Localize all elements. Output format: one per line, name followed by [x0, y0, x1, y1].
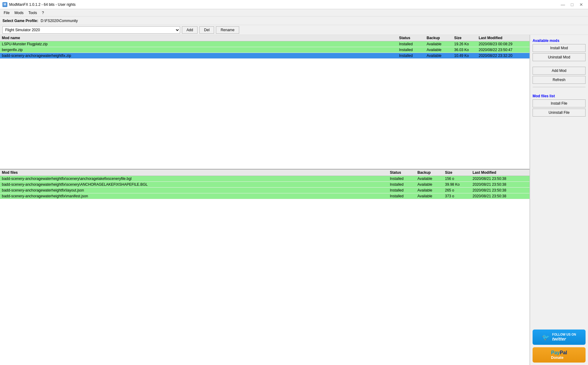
paypal-text: PayPal Donate [551, 350, 567, 360]
install-mod-button[interactable]: Install Mod [533, 44, 586, 52]
table-row[interactable]: badd-scenery-anchoragewaterheightfix.zip… [0, 53, 530, 59]
available-mods-title: Available mods [533, 39, 586, 43]
install-file-button[interactable]: Install File [533, 99, 586, 107]
main-content: Mod name Status Backup Size Last Modifie… [0, 35, 588, 365]
files-table-body: badd-scenery-anchoragewaterheightfix\sce… [0, 176, 530, 365]
menu-bar: File Mods Tools ? [0, 9, 588, 17]
profile-label: Select Game Profile: [2, 19, 38, 23]
paypal-button[interactable]: PayPal Donate [533, 347, 586, 363]
maximize-button[interactable]: □ [568, 1, 576, 8]
table-row[interactable]: bergenfix.zip Installed Available 36.03 … [0, 47, 530, 53]
files-col-modified: Last Modified [473, 170, 528, 175]
right-panel: Available mods Install Mod Uninstall Mod… [530, 35, 588, 365]
mods-col-backup: Backup [427, 36, 454, 40]
refresh-button[interactable]: Refresh [533, 76, 586, 84]
table-row[interactable]: badd-scenery-anchoragewaterheightfix\lay… [0, 188, 530, 193]
twitter-text: FOLLOW US ON twitter [552, 333, 576, 341]
add-mod-button[interactable]: Add Mod [533, 67, 586, 75]
window-controls: — □ ✕ [559, 1, 586, 8]
left-panel: Mod name Status Backup Size Last Modifie… [0, 35, 530, 365]
social-section: 🐦 FOLLOW US ON twitter PayPal Donate [533, 330, 586, 363]
right-files-section: Mod files list Install File Uninstall Fi… [533, 93, 586, 117]
table-row[interactable]: LSPU-Munster Flugplatz.zip Installed Ava… [0, 41, 530, 47]
table-row[interactable]: badd-scenery-anchoragewaterheightfix\sce… [0, 176, 530, 182]
mods-col-modified: Last Modified [479, 36, 528, 40]
table-row[interactable]: badd-scenery-anchoragewaterheightfix\sce… [0, 182, 530, 188]
profile-bar: Select Game Profile: D:\FS2020\Community [0, 17, 588, 25]
files-section: Mod files Status Backup Size Last Modifi… [0, 169, 530, 365]
menu-tools[interactable]: Tools [26, 10, 40, 16]
menu-file[interactable]: File [1, 10, 12, 16]
title-bar-left: M ModManFX 1.0.1.2 - 64 bits - User righ… [2, 2, 76, 7]
twitter-button[interactable]: 🐦 FOLLOW US ON twitter [533, 330, 586, 345]
mods-col-size: Size [454, 36, 479, 40]
uninstall-file-button[interactable]: Uninstall File [533, 109, 586, 117]
title-bar: M ModManFX 1.0.1.2 - 64 bits - User righ… [0, 0, 588, 9]
add-button[interactable]: Add [182, 26, 198, 34]
mods-col-status: Status [399, 36, 427, 40]
main-window: M ModManFX 1.0.1.2 - 64 bits - User righ… [0, 0, 588, 365]
menu-mods[interactable]: Mods [12, 10, 26, 16]
profile-path: D:\FS2020\Community [41, 19, 78, 23]
mods-section: Mod name Status Backup Size Last Modifie… [0, 35, 530, 169]
profile-select[interactable]: Flight Simulator 2020 [2, 26, 180, 34]
profile-row: Flight Simulator 2020 Add Del Rename [0, 25, 588, 35]
mods-col-name: Mod name [2, 36, 399, 40]
files-table-header: Mod files Status Backup Size Last Modifi… [0, 169, 530, 176]
uninstall-mod-button[interactable]: Uninstall Mod [533, 53, 586, 61]
files-col-size: Size [445, 170, 473, 175]
files-col-name: Mod files [2, 170, 390, 175]
right-mods-section: Available mods Install Mod Uninstall Mod… [533, 37, 586, 84]
mod-files-list-title: Mod files list [533, 94, 586, 98]
twitter-icon: 🐦 [542, 333, 550, 341]
del-button[interactable]: Del [199, 26, 214, 34]
close-button[interactable]: ✕ [577, 1, 586, 8]
files-col-backup: Backup [417, 170, 445, 175]
mods-table-header: Mod name Status Backup Size Last Modifie… [0, 35, 530, 41]
app-icon: M [2, 2, 7, 7]
files-col-status: Status [390, 170, 417, 175]
menu-help[interactable]: ? [40, 10, 47, 16]
mods-table-body: LSPU-Munster Flugplatz.zip Installed Ava… [0, 41, 530, 169]
right-panel-divider [533, 87, 586, 87]
window-title: ModManFX 1.0.1.2 - 64 bits - User rights [9, 2, 76, 7]
table-row[interactable]: badd-scenery-anchoragewaterheightfix\man… [0, 193, 530, 199]
minimize-button[interactable]: — [559, 1, 567, 8]
rename-button[interactable]: Rename [216, 26, 239, 34]
